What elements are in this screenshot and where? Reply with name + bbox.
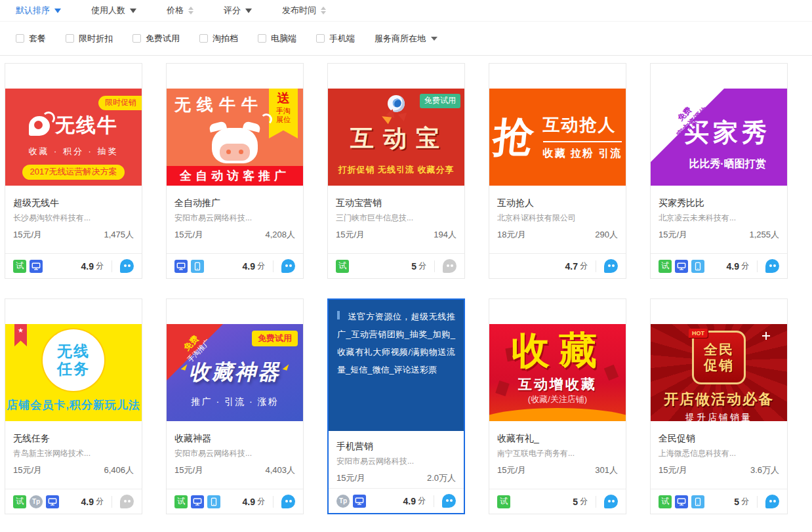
gift-ribbon: 送 手淘 展位 <box>269 89 298 138</box>
user-count: 301人 <box>595 464 618 476</box>
wangwang-chat-icon[interactable] <box>281 259 295 273</box>
filter-label: 电脑端 <box>271 33 296 45</box>
sort-item-publish-time[interactable]: 发布时间 <box>282 5 326 16</box>
checkbox-icon[interactable] <box>16 34 24 43</box>
pc-icon <box>174 260 188 273</box>
wangwang-chat-icon[interactable] <box>120 495 134 508</box>
product-title[interactable]: 全自动推广 <box>174 197 295 209</box>
filter-checkbox-mobile[interactable]: 手机端 <box>316 33 355 45</box>
company-name: 青岛新主张网络技术... <box>13 448 134 459</box>
user-count: 6,406人 <box>104 464 134 476</box>
product-card-hudongbao[interactable]: 免费试用 互动宝 打折促销 无线引流 收藏分享 互动宝营销 三门峡市巨牛信息技.… <box>327 63 465 279</box>
company-name: 北京凌云未来科技有... <box>659 213 779 223</box>
price: 15元/月 <box>497 464 526 476</box>
product-title[interactable]: 互动抢人 <box>497 197 618 209</box>
filter-bar: 套餐 限时折扣 免费试用 淘拍档 电脑端 手机端 服务商所在地 <box>0 22 812 56</box>
product-banner: 抢 互动抢人 收藏 拉粉 引流 <box>489 89 626 186</box>
product-title[interactable]: 互动宝营销 <box>336 197 457 209</box>
wangwang-chat-icon[interactable] <box>765 259 779 273</box>
trial-icon: 试 <box>336 260 349 273</box>
product-card-wuxian-renwu[interactable]: ★ 无线 任务 店铺会员卡,积分新玩儿法 无线任务 青岛新主张网络技术... 1… <box>5 298 142 514</box>
filter-checkbox-pc[interactable]: 电脑端 <box>258 33 296 45</box>
price: 15元/月 <box>659 229 687 241</box>
filter-checkbox-taopaidang[interactable]: 淘拍档 <box>199 33 238 45</box>
sort-arrow-both-icon <box>188 7 193 14</box>
wangwang-chat-icon[interactable] <box>604 495 618 508</box>
sort-item-price[interactable]: 价格 <box>167 5 193 16</box>
product-banner: ★ 无线 任务 店铺会员卡,积分新玩儿法 <box>5 324 142 421</box>
hot-badge: HOT <box>689 329 708 338</box>
banner-strip: 全自动访客推广 <box>167 166 303 186</box>
company-name: 上海微悉信息科技有... <box>659 448 779 459</box>
banner-subtext: 提升店铺销量 <box>651 412 787 421</box>
product-title[interactable]: 买家秀比比 <box>659 197 779 209</box>
product-title[interactable]: 收藏有礼_ <box>497 432 618 444</box>
product-card-shouji-yingxiao-selected[interactable]: 送官方资源位，超级无线推广_互动营销团购_抽奖_加购_收藏有礼大师视频/满购物送… <box>327 298 465 514</box>
rating-unit: 分 <box>741 260 749 272</box>
mobile-icon <box>207 495 220 508</box>
hover-description-overlay: 送官方资源位，超级无线推广_互动营销团购_抽奖_加购_收藏有礼大师视频/满购物送… <box>329 300 464 431</box>
checkbox-icon[interactable] <box>132 34 141 43</box>
price: 15元/月 <box>174 229 203 241</box>
wangwang-chat-icon[interactable] <box>604 259 618 273</box>
card-footer: 试 Tp 4.9 分 <box>5 489 142 514</box>
rating-value: 4.9 <box>81 261 94 272</box>
price: 15元/月 <box>13 464 42 476</box>
filter-checkbox-package[interactable]: 套餐 <box>16 33 46 45</box>
sort-item-default[interactable]: 默认排序 <box>16 5 61 16</box>
checkbox-icon[interactable] <box>66 34 74 43</box>
pc-icon <box>675 495 688 508</box>
product-card-hudong-qiangren[interactable]: 抢 互动抢人 收藏 拉粉 引流 互动抢人 北京科讴科技有限公司 18元/月 29… <box>489 63 626 279</box>
product-title[interactable]: 无线任务 <box>13 432 134 444</box>
rating-value: 4.9 <box>243 261 255 272</box>
wangwang-chat-icon[interactable] <box>120 259 134 273</box>
dropdown-label: 服务商所在地 <box>375 33 426 45</box>
filter-checkbox-free-trial[interactable]: 免费试用 <box>132 33 180 45</box>
company-name: 长沙易淘软件科技有... <box>13 213 134 223</box>
sort-item-rating[interactable]: 评分 <box>224 5 252 16</box>
checkbox-icon[interactable] <box>258 34 266 43</box>
rating-unit: 分 <box>96 496 104 507</box>
card-footer: 试 4.9 分 <box>5 253 142 278</box>
price: 15元/月 <box>336 229 365 241</box>
product-card-maijiaxiu[interactable]: 免费 官方资源位 买家秀 比比秀·晒图打赏 买家秀比比 北京凌云未来科技有...… <box>650 63 788 279</box>
checkbox-icon[interactable] <box>316 34 325 43</box>
provider-location-dropdown[interactable]: 服务商所在地 <box>375 33 437 45</box>
checkbox-icon[interactable] <box>199 34 208 43</box>
mobile-icon <box>691 495 704 508</box>
free-trial-badge: 免费试用 <box>252 331 298 346</box>
user-count: 194人 <box>434 229 457 241</box>
product-card-super-wuxianniu[interactable]: 限时促销 无线牛 收藏 · 积分 · 抽奖 2017无线运营解决方案 超级无线牛… <box>5 63 142 279</box>
card-footer: 试 4.9 分 <box>167 489 303 514</box>
sort-item-users[interactable]: 使用人数 <box>91 5 136 16</box>
product-title[interactable]: 手机营销 <box>336 440 456 452</box>
product-title[interactable]: 全民促销 <box>659 432 779 444</box>
rating-unit: 分 <box>96 260 104 272</box>
wangwang-chat-icon[interactable] <box>443 259 457 273</box>
price: 15元/月 <box>174 464 203 476</box>
product-title[interactable]: 超级无线牛 <box>13 197 134 209</box>
product-card-shoucang-youli[interactable]: 收藏 互动增收藏 (收藏/关注店铺) 收藏有礼_ 南宁互联电子商务有... 15… <box>489 298 626 514</box>
trial-icon: 试 <box>497 495 510 508</box>
grid-row-2: ★ 无线 任务 店铺会员卡,积分新玩儿法 无线任务 青岛新主张网络技术... 1… <box>5 298 812 514</box>
wangwang-chat-icon[interactable] <box>765 495 779 508</box>
card-footer: 4.7 分 <box>489 253 626 278</box>
product-banner: 无线牛牛 送 手淘 展位 全自动访客推广 <box>167 89 303 186</box>
product-card-auto-promotion[interactable]: 无线牛牛 送 手淘 展位 全自动访客推广 全自动推广 安阳市易云网络科技... … <box>166 63 304 279</box>
product-card-quanmin-cuxiao[interactable]: HOT 全民 促销 开店做活动必备 提升店铺销量 全民促销 上海微悉信息科技有.… <box>650 298 788 514</box>
filter-checkbox-limited-discount[interactable]: 限时折扣 <box>66 33 113 45</box>
product-banner: 免费 官方资源位 买家秀 比比秀·晒图打赏 <box>651 89 787 186</box>
app-icon: HOT 全民 促销 <box>692 331 746 384</box>
promo-badge: 限时促销 <box>98 96 142 110</box>
rating-unit: 分 <box>257 496 265 507</box>
company-name: 三门峡市巨牛信息技... <box>336 213 457 223</box>
brand-eye-icon <box>29 116 50 136</box>
product-card-shoucang-shenqi[interactable]: 免费 手淘推广 免费试用 收藏神器 推广 · 引流 · 涨粉 收藏神器 安阳市易… <box>166 298 304 514</box>
sort-arrow-down-icon <box>54 9 61 13</box>
product-title[interactable]: 收藏神器 <box>174 432 295 444</box>
banner-subtext: (收藏/关注店铺) <box>489 394 626 405</box>
banner-slogan: 打折促销 无线引流 收藏分享 <box>328 164 464 176</box>
wangwang-chat-icon[interactable] <box>281 495 295 508</box>
mobile-icon <box>191 260 204 273</box>
wangwang-chat-icon[interactable] <box>442 494 456 508</box>
